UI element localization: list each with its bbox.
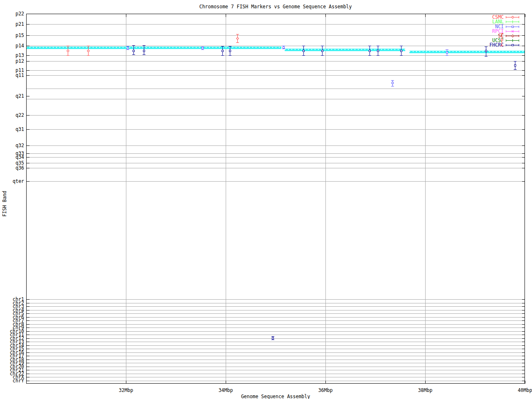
chr-tick-right	[522, 328, 525, 328]
chr-tick-right	[522, 338, 525, 339]
x-tick-top	[126, 14, 126, 17]
band-tick-left	[27, 35, 30, 36]
band-tick-left	[27, 115, 30, 116]
chr-tick-right	[522, 356, 525, 356]
errorbar-cap	[500, 46, 503, 46]
chr-tick-left	[27, 374, 30, 374]
legend-sample-cap	[506, 16, 506, 18]
square-marker	[377, 50, 379, 52]
square-marker	[272, 337, 274, 339]
band-label-q36: q36	[0, 165, 24, 171]
errorbar-cap	[321, 46, 324, 46]
chr-tick-left	[27, 356, 30, 356]
chr-label-chrY: chrY	[0, 378, 24, 384]
errorbar-cap	[221, 55, 224, 56]
errorbar-cap	[446, 55, 448, 56]
legend-sample-cap	[519, 21, 519, 23]
errorbar-cap	[302, 55, 305, 56]
errorbar-cap	[126, 49, 129, 50]
chr-tick-left	[27, 313, 30, 314]
band-tick-right	[522, 163, 525, 163]
errorbar-cap	[282, 46, 285, 46]
band-tick-left	[27, 55, 30, 56]
band-label-q34: q34	[0, 155, 24, 160]
x-axis-label: Genome Sequence Assembly	[192, 394, 359, 399]
errorbar-cap	[132, 45, 135, 46]
x-tick-label: 38Mbp	[409, 387, 442, 393]
plus-marker	[512, 39, 513, 42]
chr-tick-left	[27, 324, 30, 325]
chr-tick-right	[522, 320, 525, 321]
band-tick-right	[522, 129, 525, 130]
chr-tick-left	[27, 345, 30, 346]
errorbar-cap	[236, 42, 239, 43]
errorbar-cap	[201, 49, 204, 50]
plot-border	[26, 14, 525, 384]
band-label-p22: p22	[0, 11, 24, 17]
errorbar-cap	[66, 46, 69, 46]
square-marker	[446, 52, 448, 54]
band-tick-left	[27, 61, 30, 62]
band-tick-left	[27, 153, 30, 154]
band-tick-left	[27, 14, 30, 14]
band-label-p15: p15	[0, 33, 24, 38]
legend-sample-cap	[519, 39, 519, 42]
chr-tick-right	[522, 360, 525, 360]
chr-tick-left	[27, 328, 30, 328]
chr-tick-left	[27, 310, 30, 310]
band-tick-right	[522, 75, 525, 76]
errorbar-cap	[229, 55, 232, 56]
errorbar-cap	[485, 47, 488, 47]
band-tick-left	[27, 163, 30, 163]
chr-tick-right	[522, 299, 525, 300]
band-label-p12: p12	[0, 59, 24, 64]
square-marker	[222, 50, 224, 52]
errorbar-cap	[143, 45, 145, 46]
x-tick-bottom	[525, 381, 525, 384]
chr-tick-right	[522, 381, 525, 381]
band-tick-right	[522, 115, 525, 116]
band-tick-left	[27, 24, 30, 25]
band-tick-right	[522, 96, 525, 96]
chr-tick-left	[27, 303, 30, 303]
chr-tick-right	[522, 367, 525, 367]
chr-tick-right	[522, 345, 525, 346]
x-tick-top	[525, 14, 525, 17]
errorbar-cap	[514, 69, 517, 70]
band-label-p21: p21	[0, 22, 24, 27]
errorbar-cap	[500, 33, 503, 34]
x-tick-bottom	[425, 381, 426, 384]
legend-sample-cap	[519, 16, 519, 18]
band-label-p14: p14	[0, 43, 24, 49]
band-tick-right	[522, 24, 525, 25]
errorbar-cap	[126, 46, 129, 47]
square-marker	[127, 47, 129, 49]
chr-tick-left	[27, 349, 30, 349]
errorbar-cap	[132, 54, 135, 55]
band-tick-left	[27, 145, 30, 146]
band-tick-left	[27, 75, 30, 76]
legend-sample-cap	[506, 26, 506, 28]
errorbar-cap	[377, 46, 379, 46]
chr-tick-left	[27, 377, 30, 377]
chr-tick-right	[522, 374, 525, 374]
errorbar-cap	[271, 340, 274, 340]
x-tick-label: 34Mbp	[209, 387, 242, 393]
errorbar-cap	[391, 86, 394, 86]
band-tick-right	[522, 55, 525, 56]
band-tick-left	[27, 70, 30, 71]
band-label-q32: q32	[0, 143, 24, 148]
legend-sample-cap	[506, 39, 506, 42]
legend-sample-cap	[519, 30, 519, 32]
band-label-q22: q22	[0, 113, 24, 118]
chr-tick-left	[27, 367, 30, 367]
square-marker	[392, 82, 394, 84]
chr-tick-right	[522, 349, 525, 349]
chr-tick-right	[522, 310, 525, 310]
band-tick-right	[522, 153, 525, 154]
legend-sample-cap	[506, 21, 506, 23]
chr-tick-left	[27, 342, 30, 342]
errorbar-cap	[377, 55, 379, 56]
chr-tick-left	[27, 363, 30, 363]
x-tick-bottom	[126, 381, 126, 384]
